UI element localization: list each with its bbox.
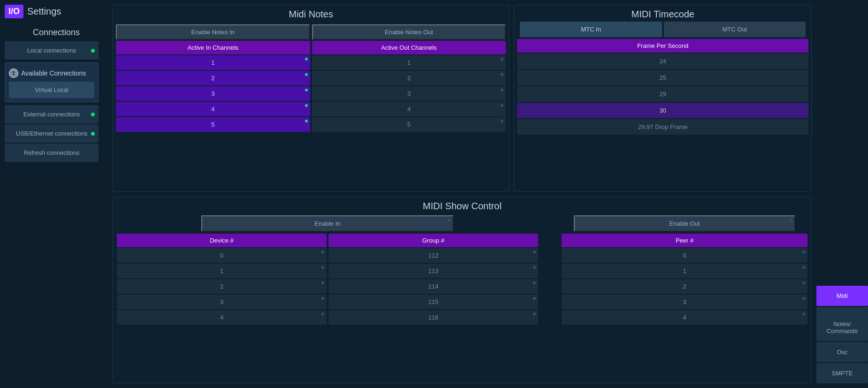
mtc-top-area: MTC In MTC Out Frame Per Second 24 25 29…	[514, 22, 811, 137]
peer-header: Peer #	[562, 234, 807, 247]
group-115[interactable]: 115	[328, 295, 538, 309]
group-113[interactable]: 113	[328, 264, 538, 278]
fps-header: Frame Per Second	[517, 39, 808, 53]
device-column: Device # 0 1 2	[117, 234, 327, 325]
virtual-local-button[interactable]: Virtual Local	[9, 82, 94, 98]
app-title: I/O Settings	[5, 5, 108, 18]
notes-commands-tab-button[interactable]: Notes/ Commands	[816, 307, 868, 341]
fps-list: 24 25 29 30 29.97 Drop Frame	[517, 53, 808, 135]
connections-header: Connections	[5, 28, 108, 38]
out-channel-5[interactable]: 5	[312, 117, 506, 132]
out-channel-4[interactable]: 4	[312, 102, 506, 116]
midi-tab-button[interactable]: Midi	[816, 286, 868, 306]
right-sidebar: Midi Notes/ Commands Osc SMPTE	[816, 0, 868, 388]
out-ch3-dot	[501, 89, 503, 91]
msc-enable-in-button[interactable]: Enable In	[201, 215, 454, 232]
left-panel: I/O Settings Connections Local connectio…	[0, 0, 108, 388]
peer-column: Peer # 0 1 2	[562, 234, 807, 380]
group-112[interactable]: 112	[328, 248, 538, 263]
fps-25[interactable]: 25	[517, 70, 808, 85]
group-header: Group #	[328, 234, 538, 247]
fps-30[interactable]: 30	[517, 103, 808, 118]
fps-2997df[interactable]: 29.97 Drop Frame	[517, 119, 808, 135]
msc-device-group-columns: Device # 0 1 2	[117, 234, 538, 325]
midi-notes-in-column: Enable Notes In Active In Channels 1 2 3	[116, 24, 310, 189]
active-out-channels-header: Active Out Channels	[312, 41, 506, 54]
fps-24[interactable]: 24	[517, 53, 808, 69]
msc-enable-in-area: Enable In	[117, 215, 538, 232]
midi-notes-grid: Enable Notes In Active In Channels 1 2 3	[113, 22, 509, 191]
group-114[interactable]: 114	[328, 279, 538, 294]
title-text: Settings	[27, 6, 61, 17]
group-column: Group # 112 113 114	[328, 234, 538, 325]
peer-3[interactable]: 3	[562, 295, 807, 309]
out-ch5-dot	[501, 120, 503, 122]
connections-section: Connections Local connections Available …	[5, 28, 108, 383]
midi-notes-out-column: Enable Notes Out Active Out Channels 1 2…	[312, 24, 506, 189]
active-in-channels-header: Active In Channels	[116, 41, 310, 54]
out-ch2-dot	[501, 73, 503, 76]
msc-enable-out-dot	[789, 219, 792, 221]
fps-29[interactable]: 29	[517, 86, 808, 102]
title-badge: I/O	[5, 5, 23, 18]
in-ch3-dot	[305, 89, 308, 91]
device-3[interactable]: 3	[117, 295, 327, 309]
fps-section: Frame Per Second 24 25 29 30 29.97 Drop …	[517, 39, 808, 135]
available-connections-label: Available Connections	[21, 69, 86, 77]
in-ch5-dot	[305, 120, 308, 122]
mtc-out-button[interactable]: MTC Out	[664, 22, 806, 37]
in-channel-3[interactable]: 3	[116, 86, 310, 101]
in-channel-5[interactable]: 5	[116, 117, 310, 132]
peer-2[interactable]: 2	[562, 279, 807, 294]
top-row: Midi Notes Enable Notes In Active In Cha…	[113, 5, 812, 192]
smpte-tab-button[interactable]: SMPTE	[816, 363, 868, 383]
peer-1[interactable]: 1	[562, 264, 807, 278]
midi-show-control-panel: MIDI Show Control Enable In Device #	[113, 197, 812, 384]
osc-tab-button[interactable]: Osc	[816, 342, 868, 362]
group-116[interactable]: 116	[328, 310, 538, 325]
out-ch1-dot	[501, 58, 503, 61]
device-4[interactable]: 4	[117, 310, 327, 325]
enable-notes-in-button[interactable]: Enable Notes In	[116, 24, 310, 40]
usb-ethernet-button[interactable]: USB/Ethernet connections	[5, 124, 99, 143]
midi-notes-title: Midi Notes	[113, 5, 509, 22]
enable-notes-out-button[interactable]: Enable Notes Out	[312, 24, 506, 40]
globe-icon	[9, 68, 18, 78]
midi-show-title: MIDI Show Control	[113, 197, 811, 213]
mtc-buttons-row: MTC In MTC Out	[517, 22, 808, 37]
usb-connections-indicator	[91, 132, 95, 136]
msc-enable-out-area: Enable Out	[562, 215, 807, 232]
refresh-connections-button[interactable]: Refresh connections	[5, 144, 99, 162]
midi-timecode-title: MIDI Timecode	[514, 5, 811, 22]
out-channel-3[interactable]: 3	[312, 86, 506, 101]
device-1[interactable]: 1	[117, 264, 327, 278]
device-header: Device #	[117, 234, 327, 247]
msc-right-section: Enable Out Peer # 0 1	[562, 215, 807, 380]
main-content: Midi Notes Enable Notes In Active In Cha…	[108, 0, 816, 388]
device-0[interactable]: 0	[117, 248, 327, 263]
external-connections-button[interactable]: External connections	[5, 105, 99, 123]
midi-timecode-panel: MIDI Timecode MTC In MTC Out Frame Per S…	[514, 5, 812, 192]
msc-enable-out-button[interactable]: Enable Out	[574, 215, 795, 232]
in-channel-2[interactable]: 2	[116, 71, 310, 85]
in-channel-4[interactable]: 4	[116, 102, 310, 116]
msc-inner: Enable In Device # 0 1	[113, 213, 811, 383]
in-ch1-dot	[305, 58, 308, 61]
out-channel-1[interactable]: 1	[312, 55, 506, 70]
msc-left-section: Enable In Device # 0 1	[117, 215, 538, 380]
device-2[interactable]: 2	[117, 279, 327, 294]
msc-enable-in-dot	[448, 219, 450, 221]
bottom-row: MIDI Show Control Enable In Device #	[113, 197, 812, 384]
in-ch2-dot	[305, 73, 308, 76]
out-channel-2[interactable]: 2	[312, 71, 506, 85]
peer-4[interactable]: 4	[562, 310, 807, 325]
in-channel-1[interactable]: 1	[116, 55, 310, 70]
local-connections-indicator	[91, 49, 95, 53]
msc-spacer	[543, 215, 557, 380]
local-connections-button[interactable]: Local connections	[5, 41, 99, 60]
peer-0[interactable]: 0	[562, 248, 807, 263]
external-connections-indicator	[91, 113, 95, 116]
mtc-in-button[interactable]: MTC In	[520, 22, 662, 37]
available-connections-panel: Available Connections Virtual Local	[5, 62, 99, 102]
out-ch4-dot	[501, 104, 503, 107]
